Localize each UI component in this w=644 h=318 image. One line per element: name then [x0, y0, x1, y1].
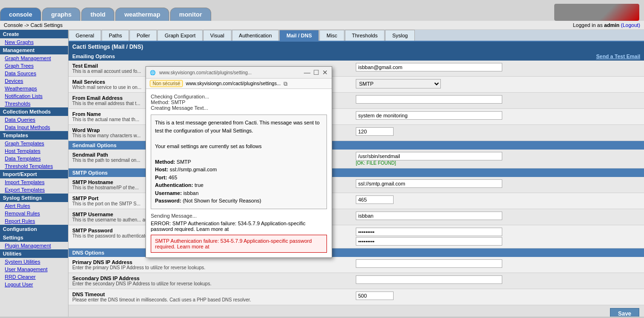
- tab-authentication[interactable]: Authentication: [232, 30, 279, 41]
- modal-body: Checking Configuration... Method: SMTP C…: [146, 89, 332, 257]
- modal-status-text: Checking Configuration... Method: SMTP C…: [151, 94, 327, 111]
- smtp-hostname-input[interactable]: [356, 179, 502, 188]
- dns-timeout-input[interactable]: [356, 292, 394, 300]
- tab-general[interactable]: General: [69, 30, 101, 41]
- sidebar-item-graph-management[interactable]: Graph Management: [0, 54, 68, 62]
- sidebar-item-weathermaps[interactable]: Weathermaps: [0, 85, 68, 92]
- primary-dns-input[interactable]: [356, 259, 502, 268]
- sendmail-path-input[interactable]: [356, 152, 502, 160]
- modal-minimize-button[interactable]: —: [304, 69, 310, 76]
- tab-mail-dns[interactable]: Mail / DNS: [279, 30, 319, 41]
- sidebar-section-settings: Settings: [0, 233, 68, 242]
- sidebar-item-alert-rules[interactable]: Alert Rules: [0, 202, 68, 210]
- tab-paths[interactable]: Paths: [102, 30, 129, 41]
- save-bar: Save: [69, 305, 644, 317]
- sidebar-item-rrd-cleaner[interactable]: RRD Cleaner: [0, 273, 68, 281]
- sidebar-item-graph-trees[interactable]: Graph Trees: [0, 62, 68, 70]
- sidebar-item-graph-templates[interactable]: Graph Templates: [0, 140, 68, 147]
- modal-favicon: 🌐: [150, 70, 155, 75]
- form-row-dns-timeout: DNS Timeout Please enter the DNS timeout…: [69, 289, 644, 305]
- test-email-input[interactable]: [356, 63, 502, 71]
- sidebar-item-report-rules[interactable]: Report Rules: [0, 217, 68, 225]
- tab-graph-export[interactable]: Graph Export: [157, 30, 202, 41]
- modal-sending-text: Sending Message...: [151, 213, 327, 219]
- secondary-dns-label: Secondary DNS IP Address: [72, 275, 356, 281]
- top-navigation: console graphs thold weathermap monitor: [0, 0, 644, 21]
- nav-weathermap[interactable]: weathermap: [115, 8, 169, 21]
- tab-misc[interactable]: Misc: [319, 30, 344, 41]
- sidebar-item-import-templates[interactable]: Import Templates: [0, 178, 68, 186]
- sidebar-section-import-export: Import/Export: [0, 170, 68, 178]
- dns-timeout-label: DNS Timeout: [72, 292, 356, 297]
- sidebar-item-system-utilities[interactable]: System Utilities: [0, 258, 68, 265]
- form-row-primary-dns: Primary DNS IP Address Enter the primary…: [69, 257, 644, 273]
- sidebar-item-data-sources[interactable]: Data Sources: [0, 70, 68, 77]
- logged-in-info: Logged in as admin (Logout): [573, 22, 640, 28]
- sidebar-item-thresholds[interactable]: Thresholds: [0, 100, 68, 107]
- breadcrumb: Console -> Cacti Settings: [4, 22, 62, 28]
- modal-error-detail-box: SMTP Authenication failure: 534-5.7.9 Ap…: [151, 235, 327, 253]
- sendmail-status: [OK: FILE FOUND]: [356, 160, 640, 166]
- smtp-password-confirm-input[interactable]: [356, 237, 502, 246]
- send-test-email-link[interactable]: Send a Test Email: [596, 53, 640, 59]
- sidebar-item-removal-rules[interactable]: Removal Rules: [0, 210, 68, 217]
- sidebar-section-collection-methods: Collection Methods: [0, 107, 68, 116]
- sidebar-item-export-templates[interactable]: Export Templates: [0, 186, 68, 194]
- nav-graphs[interactable]: graphs: [42, 8, 80, 21]
- nav-monitor[interactable]: monitor: [170, 8, 211, 21]
- smtp-port-input[interactable]: [356, 195, 394, 204]
- form-row-secondary-dns: Secondary DNS IP Address Enter the secon…: [69, 273, 644, 289]
- tab-bar: General Paths Poller Graph Export Visual…: [69, 30, 644, 42]
- smtp-username-input[interactable]: [356, 212, 502, 220]
- modal-addressbar: Non sécurisé www.skyvisiongn.com/cacti/p…: [146, 79, 332, 89]
- dns-timeout-desc: Please enter the DNS timeout in millisec…: [72, 297, 356, 302]
- modal-security-badge: Non sécurisé: [150, 80, 183, 87]
- tab-thresholds[interactable]: Thresholds: [345, 30, 385, 41]
- primary-dns-label: Primary DNS IP Address: [72, 259, 356, 265]
- save-button[interactable]: Save: [610, 308, 639, 317]
- logo: [554, 4, 639, 21]
- emailing-options-header: Emailing Options Send a Test Email: [69, 52, 644, 61]
- modal-maximize-button[interactable]: ☐: [313, 69, 319, 76]
- modal-address-url: www.skyvisiongn.com/cacti/plugins/settin…: [186, 81, 281, 86]
- sidebar-item-data-templates[interactable]: Data Templates: [0, 155, 68, 162]
- sidebar-item-host-templates[interactable]: Host Templates: [0, 147, 68, 155]
- from-email-input[interactable]: [356, 95, 502, 104]
- breadcrumb-bar: Console -> Cacti Settings Logged in as a…: [0, 21, 644, 30]
- sidebar-item-devices[interactable]: Devices: [0, 77, 68, 85]
- sidebar-item-new-graphs[interactable]: New Graphs: [0, 38, 68, 46]
- secondary-dns-desc: Enter the secondary DNS IP Address to ut…: [72, 281, 356, 286]
- tab-poller[interactable]: Poller: [129, 30, 157, 41]
- sidebar-section-syslog-settings: Syslog Settings: [0, 194, 68, 202]
- modal-close-button[interactable]: ✕: [322, 69, 328, 76]
- modal-message-content: This is a test message generated from Ca…: [155, 120, 319, 203]
- page-title: Cacti Settings (Mail / DNS): [69, 42, 644, 52]
- word-wrap-input[interactable]: [356, 127, 394, 136]
- sidebar: Create New Graphs Management Graph Manag…: [0, 30, 69, 317]
- nav-console[interactable]: console: [0, 8, 41, 21]
- logout-link[interactable]: (Logout): [621, 22, 640, 28]
- sidebar-section-templates: Templates: [0, 131, 68, 140]
- modal-copy-icon[interactable]: ⧉: [283, 80, 288, 87]
- mail-services-select[interactable]: SMTP Sendmail None: [356, 79, 441, 88]
- modal-titlebar: 🌐 www.skyvisiongn.com/cacti/plugins/sett…: [146, 67, 332, 79]
- tab-visual[interactable]: Visual: [203, 30, 232, 41]
- secondary-dns-input[interactable]: [356, 275, 502, 284]
- sidebar-item-notification-lists[interactable]: Notification Lists: [0, 92, 68, 100]
- sidebar-section-management: Management: [0, 46, 68, 54]
- sidebar-item-plugin-management[interactable]: Plugin Management: [0, 242, 68, 249]
- modal-message-box: This is a test message generated from Ca…: [151, 115, 327, 209]
- sidebar-item-user-management[interactable]: User Management: [0, 265, 68, 273]
- sidebar-section-configuration: Configuration: [0, 225, 68, 233]
- sidebar-section-create: Create: [0, 30, 68, 38]
- sidebar-item-data-input-methods[interactable]: Data Input Methods: [0, 124, 68, 131]
- nav-thold[interactable]: thold: [81, 8, 114, 21]
- tab-syslog[interactable]: Syslog: [385, 30, 415, 41]
- from-name-input[interactable]: [356, 111, 502, 120]
- smtp-password-input[interactable]: [356, 228, 502, 236]
- sidebar-item-logout-user[interactable]: Logout User: [0, 281, 68, 288]
- sidebar-item-threshold-templates[interactable]: Threshold Templates: [0, 162, 68, 170]
- primary-dns-desc: Enter the primary DNS IP Address to util…: [72, 265, 356, 270]
- sidebar-item-data-queries[interactable]: Data Queries: [0, 116, 68, 124]
- sidebar-section-utilities: Utilities: [0, 249, 68, 258]
